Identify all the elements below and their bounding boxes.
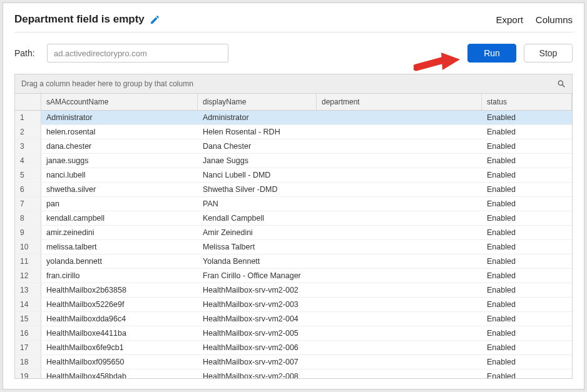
table-row[interactable]: 9amir.zeinediniAmir ZeinediniEnabled: [15, 226, 572, 240]
cell-status: Enabled: [482, 111, 572, 124]
column-header-department[interactable]: department: [317, 94, 482, 110]
table-row[interactable]: 8kendall.campbellKendall CampbellEnabled: [15, 211, 572, 226]
path-label: Path:: [14, 48, 39, 58]
grid-header: sAMAccountName displayName department st…: [15, 94, 572, 111]
row-number: 2: [15, 125, 41, 139]
row-number: 19: [15, 369, 41, 378]
arrow-annotation-icon: [414, 50, 464, 75]
cell-sam: pan: [41, 197, 198, 211]
cell-department: [317, 154, 482, 168]
table-row[interactable]: 13HealthMailbox2b63858HealthMailbox-srv-…: [15, 283, 572, 298]
row-number: 10: [15, 240, 41, 254]
cell-sam: shwetha.silver: [41, 183, 198, 196]
cell-sam: helen.rosental: [41, 125, 198, 139]
cell-department: [317, 125, 482, 139]
column-header-display[interactable]: displayName: [198, 94, 317, 110]
stop-button[interactable]: Stop: [524, 44, 573, 63]
columns-link[interactable]: Columns: [536, 14, 573, 25]
cell-department: [317, 341, 482, 354]
cell-status: Enabled: [482, 168, 572, 182]
cell-display: HealthMailbox-srv-vm2-002: [198, 283, 317, 297]
cell-department: [317, 183, 482, 196]
cell-department: [317, 197, 482, 211]
cell-sam: HealthMailboxf095650: [41, 355, 198, 369]
cell-department: [317, 254, 482, 268]
row-number: 17: [15, 341, 41, 354]
table-row[interactable]: 17HealthMailbox6fe9cb1HealthMailbox-srv-…: [15, 341, 572, 355]
cell-display: Helen Rosental - RDH: [198, 125, 317, 139]
column-header-status[interactable]: status: [482, 94, 572, 110]
cell-department: [317, 111, 482, 124]
cell-status: Enabled: [482, 326, 572, 340]
cell-display: Shwetha Silver -DMD: [198, 183, 317, 196]
export-link[interactable]: Export: [496, 14, 523, 25]
cell-department: [317, 369, 482, 378]
row-number: 9: [15, 226, 41, 239]
row-number: 13: [15, 283, 41, 297]
cell-display: Nanci Lubell - DMD: [198, 168, 317, 182]
rownum-header: [15, 94, 41, 110]
table-row[interactable]: 7panPANEnabled: [15, 197, 572, 211]
cell-status: Enabled: [482, 139, 572, 153]
search-icon[interactable]: [557, 79, 566, 88]
cell-display: PAN: [198, 197, 317, 211]
table-row[interactable]: 2helen.rosentalHelen Rosental - RDHEnabl…: [15, 125, 572, 139]
cell-status: Enabled: [482, 240, 572, 254]
cell-sam: yolanda.bennett: [41, 254, 198, 268]
report-panel: Department field is empty Export Columns…: [3, 3, 584, 389]
table-row[interactable]: 10melissa.talbertMelissa TalbertEnabled: [15, 240, 572, 254]
row-number: 12: [15, 269, 41, 283]
cell-sam: HealthMailbox5226e9f: [41, 298, 198, 311]
table-row[interactable]: 5nanci.lubellNanci Lubell - DMDEnabled: [15, 168, 572, 183]
table-row[interactable]: 11yolanda.bennettYolanda BennettEnabled: [15, 254, 572, 269]
grid-body[interactable]: 1AdministratorAdministratorEnabled2helen…: [15, 111, 572, 378]
table-row[interactable]: 14HealthMailbox5226e9fHealthMailbox-srv-…: [15, 298, 572, 312]
cell-status: Enabled: [482, 283, 572, 297]
cell-display: Fran Cirillo - Office Manager: [198, 269, 317, 283]
page-title: Department field is empty: [14, 13, 145, 26]
table-row[interactable]: 3dana.chesterDana ChesterEnabled: [15, 139, 572, 154]
row-number: 14: [15, 298, 41, 311]
cell-department: [317, 283, 482, 297]
run-button[interactable]: Run: [467, 44, 516, 63]
cell-display: HealthMailbox-srv-vm2-007: [198, 355, 317, 369]
cell-department: [317, 226, 482, 239]
cell-display: Janae Suggs: [198, 154, 317, 168]
group-bar[interactable]: Drag a column header here to group by th…: [15, 74, 572, 94]
cell-department: [317, 355, 482, 369]
table-row[interactable]: 19HealthMailbox458bdabHealthMailbox-srv-…: [15, 369, 572, 378]
row-number: 7: [15, 197, 41, 211]
cell-department: [317, 269, 482, 283]
cell-display: Administrator: [198, 111, 317, 124]
header-links: Export Columns: [496, 14, 573, 25]
table-row[interactable]: 18HealthMailboxf095650HealthMailbox-srv-…: [15, 355, 572, 369]
table-row[interactable]: 1AdministratorAdministratorEnabled: [15, 111, 572, 125]
row-number: 11: [15, 254, 41, 268]
table-row[interactable]: 16HealthMailboxe4411baHealthMailbox-srv-…: [15, 326, 572, 341]
data-grid: Drag a column header here to group by th…: [14, 74, 573, 379]
cell-status: Enabled: [482, 312, 572, 326]
table-row[interactable]: 6shwetha.silverShwetha Silver -DMDEnable…: [15, 183, 572, 197]
path-input[interactable]: [47, 44, 228, 63]
table-row[interactable]: 4janae.suggsJanae SuggsEnabled: [15, 154, 572, 168]
column-header-sam[interactable]: sAMAccountName: [41, 94, 198, 110]
cell-department: [317, 326, 482, 340]
edit-icon[interactable]: [150, 14, 160, 25]
cell-sam: janae.suggs: [41, 154, 198, 168]
cell-sam: amir.zeinedini: [41, 226, 198, 239]
table-row[interactable]: 12fran.cirilloFran Cirillo - Office Mana…: [15, 269, 572, 283]
cell-status: Enabled: [482, 269, 572, 283]
row-number: 8: [15, 211, 41, 225]
cell-display: Yolanda Bennett: [198, 254, 317, 268]
cell-display: HealthMailbox-srv-vm2-006: [198, 341, 317, 354]
cell-sam: HealthMailboxe4411ba: [41, 326, 198, 340]
group-hint: Drag a column header here to group by th…: [21, 79, 193, 88]
row-number: 5: [15, 168, 41, 182]
cell-display: Melissa Talbert: [198, 240, 317, 254]
cell-sam: HealthMailbox6fe9cb1: [41, 341, 198, 354]
cell-sam: Administrator: [41, 111, 198, 124]
cell-sam: HealthMailbox2b63858: [41, 283, 198, 297]
cell-status: Enabled: [482, 154, 572, 168]
table-row[interactable]: 15HealthMailboxdda96c4HealthMailbox-srv-…: [15, 312, 572, 326]
cell-sam: HealthMailbox458bdab: [41, 369, 198, 378]
